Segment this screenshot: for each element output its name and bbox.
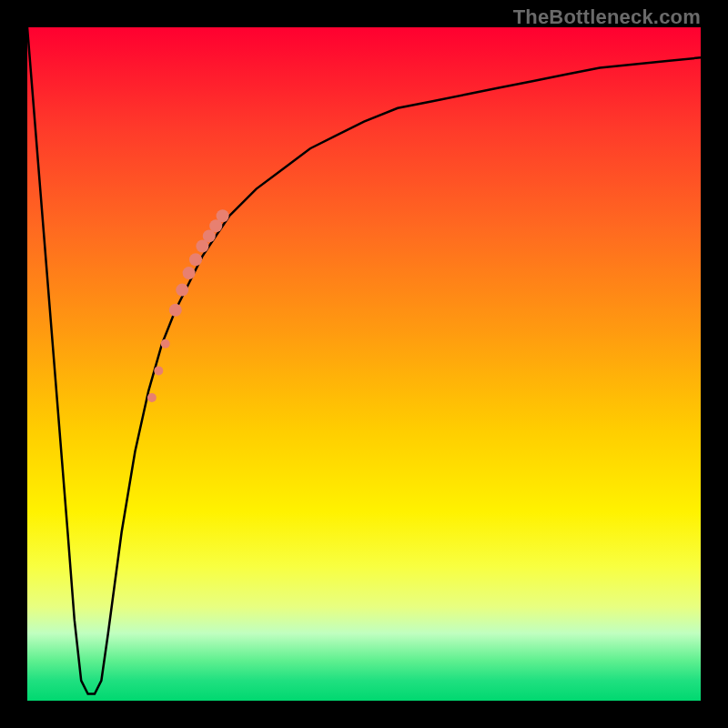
marker-dot (189, 253, 202, 266)
marker-dot (183, 267, 196, 279)
watermark-text: TheBottleneck.com (513, 5, 701, 29)
bottleneck-curve (27, 27, 701, 701)
highlight-markers (147, 209, 229, 402)
curve-line (27, 27, 701, 694)
marker-dot (176, 284, 188, 297)
plot-area (27, 27, 701, 701)
marker-dot (161, 339, 170, 349)
marker-dot (147, 393, 157, 402)
marker-dot (154, 366, 163, 375)
marker-dot (217, 209, 229, 222)
marker-dot (169, 304, 182, 317)
chart-frame: TheBottleneck.com (0, 0, 728, 728)
